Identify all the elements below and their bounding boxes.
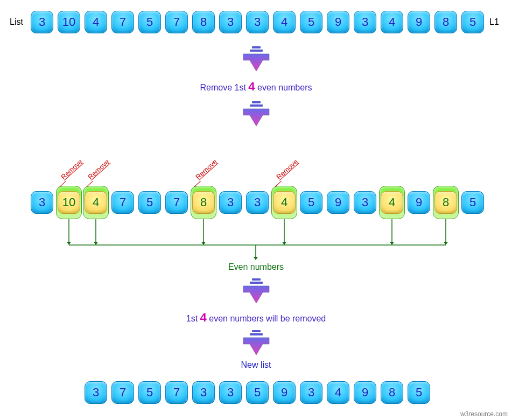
row2-cell: 4 <box>273 191 296 214</box>
row3-cell: 4 <box>327 381 349 404</box>
row1-cell: 3 <box>219 11 242 33</box>
row2-cell: 9 <box>327 191 349 214</box>
row2-cell: 8 <box>192 191 215 214</box>
row3-cell: 7 <box>165 381 188 404</box>
row2-cell: 4 <box>85 191 107 214</box>
row2-cell: 7 <box>165 191 188 214</box>
svg-marker-15 <box>444 242 448 245</box>
row3-cell: 5 <box>408 381 430 404</box>
remove-tag: Remove <box>275 158 299 181</box>
svg-marker-5 <box>67 242 71 245</box>
remove-tag: Remove <box>59 158 84 181</box>
row3-cell: 3 <box>300 381 322 404</box>
row2-cell: 8 <box>434 191 457 214</box>
row1-cell: 3 <box>31 11 53 33</box>
row3-cell: 5 <box>138 381 161 404</box>
row1-cell: 3 <box>246 11 269 33</box>
svg-marker-18 <box>254 257 258 260</box>
svg-rect-0 <box>252 46 261 48</box>
row2-cell: 5 <box>461 191 484 214</box>
row3-cell: 3 <box>85 381 107 404</box>
svg-rect-22 <box>250 333 263 335</box>
svg-marker-11 <box>282 242 286 245</box>
svg-marker-13 <box>390 242 394 245</box>
row1-cell: 8 <box>434 11 457 33</box>
svg-rect-3 <box>250 104 263 107</box>
remove-tag: Remove <box>194 158 219 181</box>
row1-cell: 5 <box>138 11 161 33</box>
label-l1: L1 <box>489 17 499 27</box>
arrow-icon <box>240 46 272 72</box>
remove-tag: Remove <box>86 158 111 181</box>
row1-cell: 4 <box>381 11 403 33</box>
row1-cell: 5 <box>300 11 322 33</box>
row2-cell: 3 <box>354 191 376 214</box>
row2-cell: 4 <box>381 191 403 214</box>
svg-rect-1 <box>250 50 263 52</box>
row1-cell: 5 <box>461 11 484 33</box>
row3-cell: 5 <box>246 381 269 404</box>
row3-cell: 9 <box>354 381 376 404</box>
arrow-icon <box>240 278 272 304</box>
row1-cell: 7 <box>165 11 188 33</box>
row3-cell: 3 <box>192 381 215 404</box>
row1-cell: 4 <box>85 11 107 33</box>
row2-cell: 3 <box>219 191 242 214</box>
row2-cell: 10 <box>58 191 80 214</box>
svg-marker-9 <box>201 242 206 245</box>
row2-cell: 7 <box>111 191 134 214</box>
row1-cell: 7 <box>111 11 134 33</box>
caption-will-remove: 1st 4 even numbers will be removed <box>0 311 512 325</box>
row1-cell: 4 <box>273 11 296 33</box>
row1-cell: 9 <box>408 11 430 33</box>
row2-cell: 3 <box>246 191 269 214</box>
label-list: List <box>10 17 23 27</box>
label-new-list: New list <box>0 360 512 370</box>
caption-remove-first: Remove 1st 4 even numbers <box>0 80 512 94</box>
svg-rect-21 <box>252 330 261 332</box>
row3-cell: 7 <box>111 381 134 404</box>
row1-cell: 9 <box>327 11 349 33</box>
row2-cell: 3 <box>31 191 53 214</box>
row3-cell: 9 <box>273 381 296 404</box>
row2-cell: 5 <box>138 191 161 214</box>
row3-cell: 3 <box>219 381 242 404</box>
svg-rect-20 <box>250 282 263 284</box>
svg-marker-7 <box>94 242 98 245</box>
row3-cell: 8 <box>381 381 403 404</box>
row2-cell: 9 <box>408 191 430 214</box>
svg-rect-19 <box>252 278 261 281</box>
arrow-icon <box>240 101 272 127</box>
arrow-icon <box>240 330 272 356</box>
svg-rect-2 <box>252 101 261 103</box>
row1-cell: 8 <box>192 11 215 33</box>
watermark: w3resource.com <box>460 410 508 418</box>
row2-cell: 5 <box>300 191 322 214</box>
even-connector <box>0 219 512 271</box>
row1-cell: 3 <box>354 11 376 33</box>
row1-cell: 10 <box>58 11 80 33</box>
